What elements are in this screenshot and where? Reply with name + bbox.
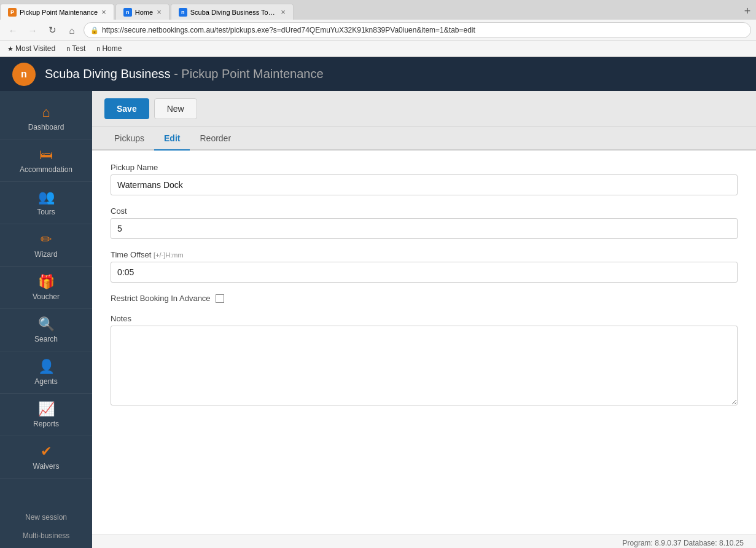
sidebar-label-tours: Tours (37, 208, 55, 216)
notes-textarea[interactable] (111, 326, 738, 405)
bookmark-test[interactable]: nTest (64, 43, 88, 54)
content-tabs-row: PickupsEditReorder (92, 127, 756, 151)
main-content: Save New PickupsEditReorder Pickup Name … (92, 91, 756, 548)
status-bar: Program: 8.9.0.37 Database: 8.10.25 (92, 534, 756, 548)
bookmark-home[interactable]: nHome (94, 43, 124, 54)
sidebar-item-tours[interactable]: 👥 Tours (0, 182, 92, 224)
time-offset-hint: [+/-]H:mm (154, 251, 184, 259)
sidebar-label-search: Search (34, 335, 58, 343)
content-tab-edit[interactable]: Edit (154, 127, 190, 151)
tab-favicon: n (123, 8, 132, 17)
bookmark-icon: n (96, 45, 100, 52)
browser-tab-tab3[interactable]: n Scuba Diving Business Tour Ca... × (171, 4, 294, 20)
notes-group: Notes (111, 314, 738, 407)
bookmark-icon: n (66, 45, 70, 52)
sidebar-label-reports: Reports (33, 420, 59, 428)
toolbar: Save New (92, 91, 756, 127)
url-text: https://secure.netbookings.com.au/test/p… (102, 26, 744, 34)
bookmark-label: Most Visited (15, 44, 55, 53)
new-button[interactable]: New (154, 98, 197, 119)
bookmarks-bar: ★Most VisitednTestnHome (0, 41, 756, 57)
sidebar-icon-search: 🔍 (38, 316, 55, 332)
back-button[interactable]: ← (5, 22, 21, 38)
sidebar-label-wizard: Wizard (34, 250, 57, 259)
cost-label: Cost (111, 206, 738, 216)
sidebar-label-waivers: Waivers (33, 462, 60, 471)
sidebar-item-agents[interactable]: 👤 Agents (0, 351, 92, 394)
app-logo: n (12, 63, 36, 86)
tab-title: Home (135, 9, 153, 16)
tab-close[interactable]: × (157, 7, 162, 17)
sidebar-icon-reports: 📈 (38, 401, 55, 417)
tab-close[interactable]: × (281, 7, 286, 17)
sidebar-label-dashboard: Dashboard (28, 123, 64, 131)
browser-tab-tab1[interactable]: P Pickup Point Maintenance × (0, 4, 114, 20)
cost-input[interactable] (111, 218, 738, 239)
sidebar-item-accommodation[interactable]: 🛏 Accommodation (0, 139, 92, 182)
sidebar-item-voucher[interactable]: 🎁 Voucher (0, 267, 92, 309)
content-tab-reorder[interactable]: Reorder (190, 127, 241, 151)
sidebar-bottom-new-session[interactable]: New session (0, 508, 92, 526)
pickup-name-input[interactable] (111, 174, 738, 195)
save-button[interactable]: Save (104, 98, 149, 119)
sidebar-icon-dashboard: ⌂ (42, 104, 50, 120)
tab-title: Pickup Point Maintenance (20, 9, 98, 16)
bookmark-icon: ★ (7, 45, 14, 53)
time-offset-input[interactable] (111, 262, 738, 283)
sidebar-item-search[interactable]: 🔍 Search (0, 309, 92, 351)
content-tab-pickups[interactable]: Pickups (104, 127, 154, 151)
reload-button[interactable]: ↻ (44, 22, 60, 38)
time-offset-label: Time Offset [+/-]H:mm (111, 250, 738, 259)
home-button[interactable]: ⌂ (64, 22, 80, 38)
bookmark-label: Home (102, 44, 122, 53)
sidebar-label-agents: Agents (34, 377, 57, 386)
sidebar-item-wizard[interactable]: ✏ Wizard (0, 224, 92, 267)
bookmark-most-visited[interactable]: ★Most Visited (5, 43, 58, 54)
lock-icon: 🔒 (90, 26, 99, 34)
forward-button[interactable]: → (25, 22, 41, 38)
sidebar-label-voucher: Voucher (33, 292, 60, 301)
app-header: n Scuba Diving Business - Pickup Point M… (0, 57, 756, 91)
tab-bar: P Pickup Point Maintenance × n Home × n … (0, 0, 756, 20)
sidebar-item-waivers[interactable]: ✔ Waivers (0, 436, 92, 479)
sidebar-icon-accommodation: 🛏 (39, 147, 53, 163)
sidebar-item-reports[interactable]: 📈 Reports (0, 394, 92, 436)
address-bar[interactable]: 🔒 https://secure.netbookings.com.au/test… (84, 22, 751, 38)
status-text: Program: 8.9.0.37 Database: 8.10.25 (623, 539, 744, 547)
tab-title: Scuba Diving Business Tour Ca... (190, 9, 277, 16)
app-title: Scuba Diving Business - Pickup Point Mai… (45, 67, 324, 81)
notes-label: Notes (111, 314, 738, 323)
form-area: Pickup Name Cost Time Offset [+/-]H:mm R… (92, 151, 756, 534)
sidebar-icon-tours: 👥 (38, 189, 55, 205)
restrict-label: Restrict Booking In Advance (111, 294, 211, 303)
browser-tab-tab2[interactable]: n Home × (115, 4, 170, 20)
restrict-checkbox[interactable] (216, 294, 224, 303)
tab-favicon: P (8, 8, 17, 17)
pickup-name-group: Pickup Name (111, 163, 738, 195)
time-offset-group: Time Offset [+/-]H:mm (111, 250, 738, 283)
bookmark-label: Test (72, 44, 85, 53)
sidebar-icon-agents: 👤 (38, 359, 55, 375)
sidebar-item-dashboard[interactable]: ⌂ Dashboard (0, 97, 92, 139)
tab-favicon: n (179, 8, 187, 17)
new-tab-button[interactable]: + (739, 2, 756, 20)
tab-close[interactable]: × (101, 7, 106, 17)
restrict-booking-row: Restrict Booking In Advance (111, 294, 738, 303)
sidebar: ⌂ Dashboard 🛏 Accommodation 👥 Tours ✏ Wi… (0, 91, 92, 548)
pickup-name-label: Pickup Name (111, 163, 738, 172)
sidebar-icon-wizard: ✏ (41, 232, 52, 248)
sidebar-icon-voucher: 🎁 (38, 274, 55, 290)
sidebar-label-accommodation: Accommodation (20, 165, 72, 174)
cost-group: Cost (111, 206, 738, 239)
sidebar-icon-waivers: ✔ (41, 444, 52, 460)
sidebar-bottom-multi-business[interactable]: Multi-business (0, 526, 92, 545)
address-bar-row: ← → ↻ ⌂ 🔒 https://secure.netbookings.com… (0, 20, 756, 41)
